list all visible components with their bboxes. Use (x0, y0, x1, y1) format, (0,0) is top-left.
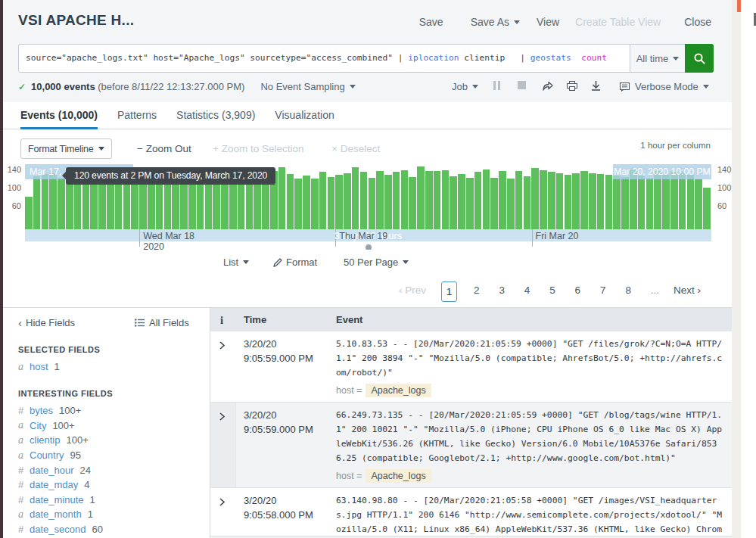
all-fields-button[interactable]: All Fields (135, 317, 189, 328)
host-field-value[interactable]: Apache_logs (366, 384, 431, 397)
expand-event-icon[interactable] (219, 410, 226, 424)
timeline-bar[interactable] (319, 172, 327, 229)
per-page-dropdown[interactable]: 50 Per Page (344, 257, 409, 268)
export-button[interactable] (591, 81, 601, 91)
pause-button[interactable] (493, 81, 501, 90)
timeline-bar[interactable] (352, 167, 359, 229)
field-link-date_hour[interactable]: date_hour (30, 465, 74, 476)
expand-event-icon[interactable] (219, 339, 226, 353)
menu-item-save[interactable]: Save (419, 16, 443, 28)
timeline-bar[interactable] (66, 178, 73, 229)
timeline-bar[interactable] (540, 170, 547, 229)
timeline-bar[interactable] (548, 172, 555, 229)
timeline-bar[interactable] (703, 188, 711, 229)
timeline-bar[interactable] (687, 175, 695, 229)
timeline-bar[interactable] (221, 178, 229, 229)
timeline-bar[interactable] (442, 170, 450, 229)
timeline-bar[interactable] (58, 178, 65, 229)
timeline-bar[interactable] (621, 177, 629, 229)
time-range-picker[interactable]: All time (630, 45, 685, 72)
print-button[interactable] (567, 81, 577, 91)
timeline-bar[interactable] (670, 172, 678, 229)
field-link-date_second[interactable]: date_second (30, 524, 86, 535)
deselect-button[interactable]: × Deselect (331, 143, 380, 154)
timeline-bar[interactable] (376, 171, 384, 229)
field-link-Country[interactable]: Country (30, 449, 64, 461)
timeline-bar[interactable] (466, 178, 474, 229)
timeline-bar[interactable] (139, 178, 147, 229)
timeline-bar[interactable] (605, 175, 613, 229)
timeline-bar[interactable] (49, 173, 57, 229)
timeline-bar[interactable] (483, 169, 490, 229)
timeline-bar[interactable] (556, 173, 564, 229)
event-sampling-dropdown[interactable]: No Event Sampling (260, 81, 355, 92)
next-page-button[interactable]: Next › (674, 285, 701, 296)
field-link-City[interactable]: City (30, 420, 46, 431)
current-page[interactable]: 1 (441, 281, 457, 302)
menu-item-close[interactable]: Close (684, 16, 711, 28)
field-link-date_month[interactable]: date_month (30, 508, 82, 520)
expand-event-icon[interactable] (219, 496, 226, 509)
timeline-bar[interactable] (450, 176, 457, 229)
timeline-bar[interactable] (107, 179, 114, 229)
timeline-bar[interactable] (205, 179, 213, 229)
timeline-bar[interactable] (580, 171, 588, 229)
page-button-4[interactable]: 4 (524, 285, 530, 296)
list-type-dropdown[interactable]: List (223, 257, 249, 268)
timeline-bar[interactable] (490, 178, 498, 229)
zoom-to-selection-button[interactable]: + Zoom to Selection (213, 143, 303, 154)
menu-item-save-as[interactable]: Save As (471, 16, 520, 28)
host-field-value[interactable]: Apache_logs (366, 469, 431, 483)
field-link-date_minute[interactable]: date_minute (30, 494, 84, 505)
field-link-clientip[interactable]: clientip (30, 434, 60, 446)
timeline-bar[interactable] (369, 178, 376, 229)
timeline-bar[interactable] (344, 173, 351, 229)
timeline-bar[interactable] (474, 172, 482, 229)
prev-page-button[interactable]: ‹ Prev (399, 285, 426, 296)
scrollbar-thumb[interactable] (737, 0, 741, 12)
zoom-out-button[interactable]: − Zoom Out (137, 143, 191, 154)
timeline-bar[interactable] (499, 171, 506, 229)
menu-item-view[interactable]: View (537, 16, 559, 28)
timeline-bar[interactable] (425, 171, 433, 229)
timeline-bar[interactable] (679, 173, 686, 229)
timeline-bar[interactable] (589, 173, 596, 229)
timeline-bar[interactable] (531, 168, 539, 229)
timeline-bar[interactable] (654, 171, 661, 229)
timeline-bar[interactable] (393, 172, 400, 229)
timeline-bar[interactable] (515, 171, 523, 229)
format-timeline-button[interactable]: Format Timeline (20, 138, 112, 159)
timeline-bar[interactable] (597, 174, 605, 229)
page-button-2[interactable]: 2 (474, 285, 480, 296)
scrollbar-track[interactable] (732, 0, 741, 538)
timeline-bar[interactable] (662, 175, 670, 229)
stop-button[interactable] (518, 81, 526, 89)
timeline-bar[interactable] (262, 179, 269, 229)
page-button-3[interactable]: 3 (499, 285, 505, 296)
timeline-bar[interactable] (613, 176, 621, 229)
timeline-bar[interactable] (458, 174, 465, 229)
timeline-bar[interactable] (360, 172, 368, 229)
timeline-bar[interactable] (335, 175, 343, 229)
timeline-bar[interactable] (82, 178, 90, 229)
timeline-bar[interactable] (695, 179, 702, 229)
timeline-bar[interactable] (287, 174, 294, 229)
share-button[interactable] (543, 81, 553, 91)
timeline-bar[interactable] (524, 176, 531, 229)
timeline-bar[interactable] (409, 177, 416, 229)
timeline-bar[interactable] (572, 173, 580, 229)
timeline-bar[interactable] (278, 167, 286, 229)
page-button-6[interactable]: 6 (575, 285, 581, 296)
field-link-bytes[interactable]: bytes (30, 405, 53, 416)
page-button-5[interactable]: 5 (549, 285, 555, 296)
field-link-host[interactable]: host (30, 361, 48, 372)
timeline-bar[interactable] (25, 197, 33, 229)
timeline-bar[interactable] (311, 179, 319, 229)
timeline-bar[interactable] (180, 178, 188, 229)
tab-events[interactable]: Events (10,000) (20, 102, 98, 129)
timeline-bar[interactable] (328, 177, 335, 229)
timeline-bar[interactable] (507, 179, 515, 229)
timeline-bar[interactable] (646, 178, 654, 229)
timeline-bar[interactable] (384, 175, 392, 229)
timeline-bar[interactable] (164, 178, 172, 229)
